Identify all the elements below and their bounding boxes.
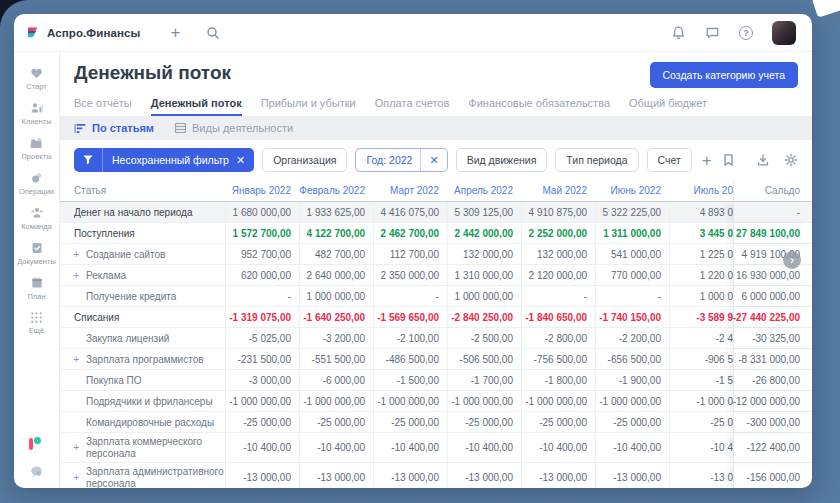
bell-icon[interactable] (671, 25, 686, 40)
cell-value: -10 400,00 (595, 433, 669, 462)
cell-value: -3 589 9 (669, 307, 733, 327)
sidebar-item-label: Документы (17, 257, 56, 266)
tab-4[interactable]: Оплата счетов (375, 97, 450, 116)
row-label: Создание сайтов (86, 249, 165, 260)
filter-chip-5[interactable]: Тип периода (555, 148, 638, 172)
cell-value: 1 000 0 (669, 286, 733, 306)
create-category-button[interactable]: Создать категорию учета (650, 62, 798, 88)
sidebar-item-label: Команда (21, 222, 52, 231)
expand-row-icon[interactable]: + (73, 353, 86, 365)
filter-chip-6[interactable]: Счет (647, 148, 692, 172)
tab-2[interactable]: Денежный поток (151, 97, 242, 116)
bookmark-icon[interactable] (722, 153, 735, 167)
sidebar-item-4[interactable]: Операции (14, 166, 59, 201)
cell-value: -25 000,00 (373, 412, 447, 432)
sidebar-item-5[interactable]: Команда (14, 201, 59, 236)
cell-value: 482 700,00 (299, 244, 373, 264)
download-icon[interactable] (756, 153, 770, 167)
cell-value: 2 252 000,00 (521, 223, 595, 243)
cell-value: -2 200,00 (595, 328, 669, 348)
column-header-month[interactable]: Апрель 2022 (447, 180, 521, 201)
cell-value: 4 893 0 (669, 202, 733, 222)
column-header-month[interactable]: Январь 2022 (225, 180, 299, 201)
gear-icon[interactable] (784, 153, 798, 167)
expand-row-icon[interactable]: + (73, 248, 86, 260)
filter-chip-1[interactable]: Несохраненный фильтр✕ (74, 148, 254, 172)
cell-value: 2 640 000,00 (299, 265, 373, 285)
cell-value: 1 000 000,00 (299, 286, 373, 306)
expand-row-icon[interactable]: + (73, 471, 86, 484)
tab-3[interactable]: Прибыли и убытки (261, 97, 356, 116)
cell-value: -1 640 250,00 (299, 307, 373, 327)
table-row: Покупка ПО-3 000,00-6 000,00-1 500,00-1 … (60, 370, 812, 391)
row-label: Поступления (74, 228, 135, 239)
sidebar-item-3[interactable]: Проекты (14, 131, 59, 166)
tab-5[interactable]: Финансовые обязательства (468, 97, 610, 116)
support-chat-icon[interactable] (29, 465, 44, 478)
expand-row-icon[interactable]: + (73, 269, 86, 281)
subtab-1[interactable]: По статьям (74, 122, 154, 134)
column-header-month[interactable]: Февраль 2022 (299, 180, 373, 201)
row-label: Командировочные расходы (86, 417, 214, 428)
sidebar-item-2[interactable]: Клиенты (14, 96, 59, 131)
help-icon[interactable]: ? (739, 26, 753, 40)
filter-chip-3[interactable]: Год: 2022✕ (355, 148, 447, 172)
filter-bar: Несохраненный фильтр✕ОрганизацияГод: 202… (60, 140, 812, 180)
sidebar-item-8[interactable]: Ещё (14, 306, 59, 340)
column-header-month[interactable]: Март 2022 (373, 180, 447, 201)
add-icon[interactable]: + (170, 24, 180, 41)
cell-value: -506 500,00 (447, 349, 521, 369)
sidebar-item-7[interactable]: План (14, 271, 59, 306)
cell-value: 3 445 0 (669, 223, 733, 243)
cell-value: 4 416 075,00 (373, 202, 447, 222)
add-filter-icon[interactable]: + (702, 152, 712, 169)
cell-value: -1 900,00 (595, 370, 669, 390)
subtab-2[interactable]: Виды деятельности (174, 122, 293, 134)
table-row: +Реклама620 000,002 640 000,002 350 000,… (60, 265, 812, 286)
tab-6[interactable]: Общий бюджет (629, 97, 707, 116)
page-title: Денежный поток (74, 62, 231, 84)
column-header-month[interactable]: Июль 20 (669, 180, 733, 201)
sidebar-item-1[interactable]: Старт (14, 61, 59, 96)
table-row: Списания-1 319 075,00-1 640 250,00-1 569… (60, 307, 812, 328)
filter-chip-4[interactable]: Вид движения (456, 148, 548, 172)
table-row: Закупка лицензий-5 025,00-3 200,00-2 100… (60, 328, 812, 349)
cell-value: 132 000,00 (447, 244, 521, 264)
table-row: +Зарплата коммерческого персонала-10 400… (60, 433, 812, 463)
scroll-right-button[interactable]: › (783, 251, 801, 269)
search-icon[interactable] (206, 26, 220, 40)
tab-1[interactable]: Все отчёты (74, 97, 132, 116)
column-header-saldo: Сальдо (733, 180, 812, 201)
cell-value: -13 000,00 (299, 463, 373, 488)
table-row: Получение кредита-1 000 000,00-1 000 000… (60, 286, 812, 307)
remove-filter-icon[interactable]: ✕ (420, 149, 446, 171)
cell-saldo: -27 440 225,00 (733, 307, 812, 327)
remove-filter-icon[interactable]: ✕ (236, 154, 245, 167)
cell-saldo: -12 000 000,00 (733, 391, 812, 411)
user-avatar[interactable] (772, 21, 796, 45)
cell-value: -2 4 (669, 328, 733, 348)
cell-value: 1 000 000,00 (447, 286, 521, 306)
sidebar-item-6[interactable]: Документы (14, 236, 59, 271)
sidebar-item-label: Клиенты (21, 117, 51, 126)
chat-icon[interactable] (705, 25, 720, 40)
aspro-product-logo[interactable] (29, 437, 45, 451)
cell-value: -1 740 150,00 (595, 307, 669, 327)
cell-saldo: -30 325,00 (733, 328, 812, 348)
cell-value: 1 933 625,00 (299, 202, 373, 222)
cell-value: - (521, 286, 595, 306)
cell-value: 2 120 000,00 (521, 265, 595, 285)
table-row: +Зарплата программистов-231 500,00-551 5… (60, 349, 812, 370)
cell-value: -10 4 (669, 433, 733, 462)
expand-row-icon[interactable]: + (73, 441, 86, 454)
list-icon (174, 122, 187, 134)
main-content: Денежный поток Создать категорию учета В… (60, 52, 812, 488)
view-subtabs: По статьямВиды деятельности (60, 116, 812, 140)
column-header-month[interactable]: Май 2022 (521, 180, 595, 201)
heart-icon (29, 66, 44, 80)
cell-value: -2 500,00 (447, 328, 521, 348)
filter-chip-2[interactable]: Организация (262, 148, 347, 172)
cell-value: -10 400,00 (373, 433, 447, 462)
column-header-month[interactable]: Июнь 2022 (595, 180, 669, 201)
cell-value: -10 400,00 (447, 433, 521, 462)
